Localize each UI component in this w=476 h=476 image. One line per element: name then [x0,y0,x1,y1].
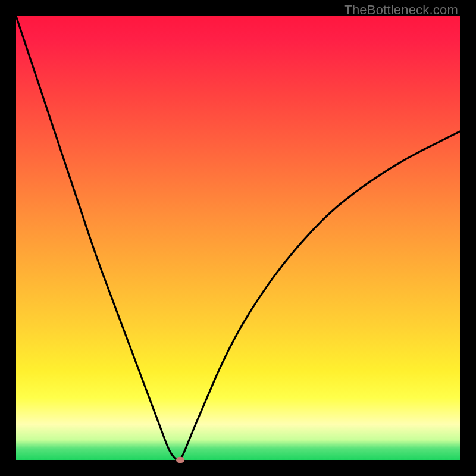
chart-frame: TheBottleneck.com [0,0,476,476]
bottleneck-curve [16,16,460,460]
optimum-marker [176,457,184,463]
plot-area [16,16,460,460]
watermark-text: TheBottleneck.com [344,2,458,18]
